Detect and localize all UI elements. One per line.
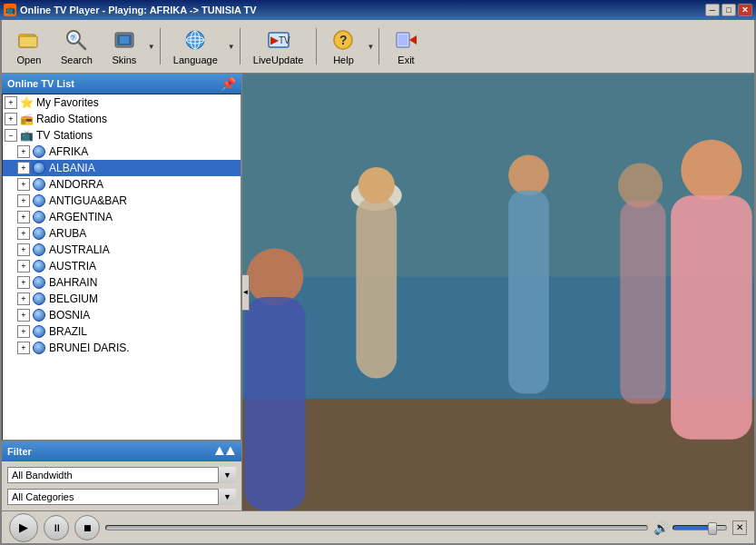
expand-aruba[interactable]: + — [17, 227, 30, 240]
expand-brunei[interactable]: + — [17, 342, 30, 354]
bandwidth-select[interactable]: All Bandwidth Low Medium High — [7, 467, 236, 483]
exit-button[interactable]: Exit — [384, 24, 427, 69]
exit-label: Exit — [398, 54, 414, 65]
liveupdate-button[interactable]: ▶ TV LiveUpdate — [245, 24, 312, 69]
expand-austria[interactable]: + — [17, 260, 30, 272]
svg-text:TV: TV — [279, 35, 290, 45]
open-icon — [16, 27, 42, 53]
radio-label: Radio Stations — [36, 113, 107, 125]
volume-area: 🔊 — [653, 520, 727, 535]
bahrain-globe-icon — [32, 275, 46, 290]
maximize-button[interactable]: □ — [722, 4, 736, 16]
belgium-globe-icon — [32, 292, 46, 306]
expand-albania[interactable]: + — [17, 162, 30, 174]
language-label: Language — [173, 54, 218, 65]
expand-brazil[interactable]: + — [17, 325, 30, 338]
bosnia-label: BOSNIA — [49, 309, 90, 322]
video-scene — [242, 74, 754, 510]
help-icon: ? — [330, 27, 356, 53]
svg-rect-30 — [508, 191, 549, 394]
expand-favorites[interactable]: + — [5, 96, 17, 109]
brazil-label: BRAZIL — [49, 325, 87, 338]
stop-button[interactable]: ⏹ — [74, 515, 100, 540]
svg-rect-27 — [356, 195, 397, 378]
tree-item-belgium[interactable]: + BELGIUM — [3, 291, 241, 307]
help-dropdown[interactable]: ▼ — [367, 43, 374, 51]
svg-text:?: ? — [71, 34, 75, 42]
volume-slider[interactable] — [673, 525, 727, 530]
help-button[interactable]: ? Help — [321, 24, 365, 69]
filter-title: Filter — [7, 446, 32, 457]
expand-andorra[interactable]: + — [17, 178, 30, 191]
skins-dropdown[interactable]: ▼ — [148, 43, 155, 51]
skins-icon — [112, 27, 137, 53]
tree-view[interactable]: + ⭐ My Favorites + 📻 Radio Stations − 📺 … — [2, 94, 241, 441]
panel-header: Online TV List 📌 — [2, 74, 241, 94]
progress-bar[interactable] — [105, 525, 648, 530]
tree-item-aruba[interactable]: + ARUBA — [3, 225, 241, 242]
tree-item-bahrain[interactable]: + BAHRAIN — [3, 274, 241, 291]
open-button[interactable]: Open — [7, 24, 51, 69]
language-button[interactable]: Language — [165, 24, 226, 69]
tree-item-brunei[interactable]: + BRUNEI DARIS. — [3, 340, 241, 356]
tree-item-radio[interactable]: + 📻 Radio Stations — [3, 111, 241, 127]
tree-item-albania[interactable]: + ALBANIA — [3, 160, 241, 176]
tree-item-antigua[interactable]: + ANTIGUA&BAR — [3, 193, 241, 209]
expand-bahrain[interactable]: + — [17, 276, 30, 289]
liveupdate-label: LiveUpdate — [253, 54, 304, 65]
panel-title: Online TV List — [7, 78, 74, 89]
belgium-label: BELGIUM — [49, 292, 98, 305]
tree-item-australia[interactable]: + AUSTRALIA — [3, 242, 241, 258]
filter-collapse-button[interactable]: ⯅⯅ — [214, 445, 236, 458]
tv-label: TV Stations — [36, 129, 93, 142]
svg-point-28 — [358, 167, 395, 203]
expand-radio[interactable]: + — [5, 113, 17, 125]
pause-button[interactable]: ⏸ — [44, 515, 69, 540]
close-video-button[interactable]: ✕ — [732, 520, 747, 535]
svg-point-31 — [681, 140, 741, 201]
categories-select[interactable]: All Categories News Sports Entertainment… — [7, 489, 236, 505]
expand-bosnia[interactable]: + — [17, 309, 30, 322]
skins-label: Skins — [112, 54, 136, 65]
expand-tv[interactable]: − — [5, 129, 17, 142]
tv-icon: 📺 — [19, 128, 34, 143]
tree-item-austria[interactable]: + AUSTRIA — [3, 258, 241, 274]
argentina-globe-icon — [32, 210, 46, 224]
volume-icon[interactable]: 🔊 — [653, 520, 669, 535]
albania-globe-icon — [32, 161, 46, 175]
svg-rect-32 — [671, 195, 751, 439]
pin-button[interactable]: 📌 — [221, 76, 236, 91]
tree-item-tv[interactable]: − 📺 TV Stations — [3, 127, 241, 144]
tree-item-bosnia[interactable]: + BOSNIA — [3, 307, 241, 323]
australia-globe-icon — [32, 243, 46, 257]
expand-belgium[interactable]: + — [17, 292, 30, 305]
tree-item-argentina[interactable]: + ARGENTINA — [3, 209, 241, 225]
andorra-globe-icon — [32, 177, 46, 192]
language-dropdown[interactable]: ▼ — [228, 43, 235, 51]
expand-afrika[interactable]: + — [17, 145, 30, 158]
argentina-label: ARGENTINA — [49, 211, 113, 223]
search-button[interactable]: ? Search — [53, 24, 101, 69]
skins-button[interactable]: Skins — [103, 24, 146, 69]
expand-argentina[interactable]: + — [17, 211, 30, 223]
svg-rect-21 — [398, 35, 407, 45]
volume-handle[interactable] — [708, 522, 717, 535]
expand-antigua[interactable]: + — [17, 194, 30, 207]
close-button[interactable]: ✕ — [738, 4, 752, 16]
tree-item-brazil[interactable]: + BRAZIL — [3, 323, 241, 340]
tree-item-andorra[interactable]: + ANDORRA — [3, 176, 241, 193]
expand-australia[interactable]: + — [17, 243, 30, 256]
liveupdate-icon: ▶ TV — [266, 27, 291, 53]
filter-header: Filter ⯅⯅ — [2, 441, 241, 461]
search-label: Search — [61, 54, 93, 65]
search-icon: ? — [64, 27, 89, 53]
minimize-button[interactable]: ─ — [705, 4, 720, 16]
panel-collapse-tab[interactable]: ◄ — [242, 274, 250, 311]
toolbar-separator-4 — [378, 28, 379, 64]
play-button[interactable]: ▶ — [9, 513, 38, 542]
andorra-label: ANDORRA — [49, 178, 103, 191]
toolbar-separator-3 — [316, 28, 317, 64]
tree-item-afrika[interactable]: + AFRIKA — [3, 144, 241, 160]
tree-item-favorites[interactable]: + ⭐ My Favorites — [3, 94, 241, 111]
austria-globe-icon — [32, 259, 46, 273]
